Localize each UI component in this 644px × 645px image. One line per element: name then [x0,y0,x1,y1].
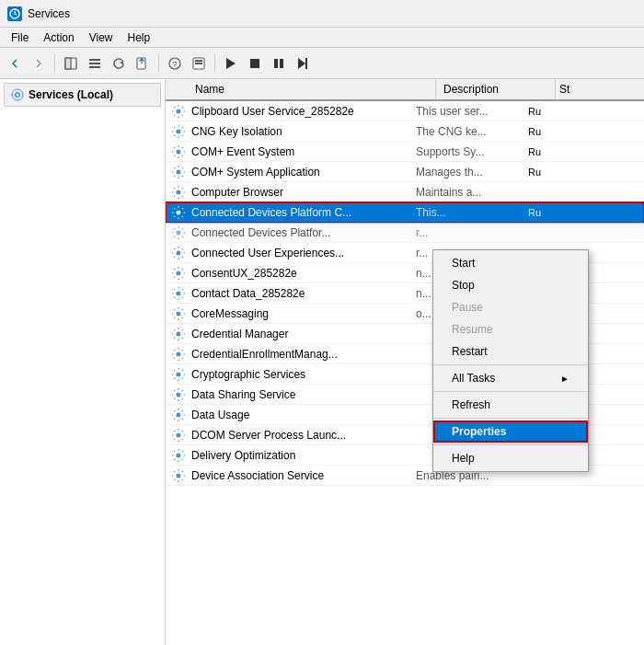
service-icon [169,365,188,384]
service-icon [169,183,188,202]
ctx-restart[interactable]: Restart [433,340,588,363]
service-name: Delivery Optimization [188,449,408,462]
ctx-all-tasks[interactable]: All Tasks ► [433,367,588,389]
title-bar: Services [0,0,644,28]
svg-text:?: ? [173,60,178,69]
service-desc: Supports Sy... [408,145,528,158]
service-icon [169,446,188,465]
ctx-resume: Resume [433,318,588,340]
svg-rect-3 [89,59,100,61]
service-icon [169,143,188,161]
service-status: Ru [528,106,556,117]
col-header-name[interactable]: Name [188,79,436,99]
svg-marker-16 [298,58,305,69]
service-name: Clipboard User Service_285282e [188,105,408,118]
menu-file[interactable]: File [4,29,36,46]
service-desc: r... [408,226,528,239]
table-row[interactable]: Clipboard User Service_285282e This user… [166,101,644,121]
service-desc: Maintains a... [408,186,528,199]
main-area: Services (Local) Name Description St Cli… [0,79,644,645]
ctx-help[interactable]: Help [433,447,588,469]
services-panel: Name Description St Clipboard User Servi… [166,79,644,645]
forward-button[interactable] [28,52,50,75]
table-row[interactable]: CNG Key Isolation The CNG ke... Ru [166,121,644,142]
col-header-status[interactable]: St [556,79,583,99]
restart-button[interactable] [292,52,314,75]
service-desc: This user ser... [408,105,528,118]
help-button[interactable]: ? [164,52,186,75]
service-icon [169,406,188,424]
service-icon [169,102,188,121]
table-row[interactable]: COM+ System Application Manages th... Ru [166,162,644,182]
svg-point-19 [17,94,19,97]
svg-rect-4 [89,63,100,64]
stop-button[interactable] [244,52,266,75]
table-row[interactable]: Connected Devices Platfor... r... [166,223,644,243]
properties-button[interactable] [188,52,210,75]
back-button[interactable] [4,52,26,75]
service-icon [169,345,188,363]
table-row[interactable]: COM+ Event System Supports Sy... Ru [166,142,644,162]
context-menu: Start Stop Pause Resume Restart All Task… [432,249,589,472]
submenu-arrow-icon: ► [560,374,569,384]
col-header-desc[interactable]: Description [436,79,556,99]
pause-button[interactable] [268,52,290,75]
toolbar: ? [0,48,644,79]
services-local-item[interactable]: Services (Local) [4,83,161,107]
service-icon [169,224,188,242]
service-name: Connected User Experiences... [188,247,408,259]
ctx-refresh[interactable]: Refresh [433,394,588,416]
ctx-start[interactable]: Start [433,252,588,274]
service-name: DCOM Server Process Launc... [188,429,408,442]
service-icon [169,264,188,282]
play-button[interactable] [220,52,242,75]
window-title: Services [28,7,70,20]
left-panel: Services (Local) [0,79,166,645]
ctx-sep-3 [433,418,588,419]
service-icon [169,203,188,222]
svg-rect-15 [280,59,283,68]
service-name: Contact Data_285282e [188,287,408,300]
table-row[interactable]: Computer Browser Maintains a... [166,182,644,202]
ctx-sep-4 [433,444,588,445]
service-status: Ru [528,146,556,157]
menu-view[interactable]: View [82,29,121,46]
ctx-pause: Pause [433,296,588,318]
svg-rect-17 [305,58,307,69]
ctx-stop[interactable]: Stop [433,274,588,296]
service-icon [169,244,188,262]
svg-rect-14 [274,59,278,68]
service-name: Data Usage [188,409,408,421]
service-name: Credential Manager [188,328,408,340]
svg-rect-2 [65,58,71,69]
export-button[interactable] [132,52,154,75]
service-status: Ru [528,167,556,178]
svg-rect-10 [195,60,202,62]
service-icon [169,426,188,444]
ctx-properties[interactable]: Properties [433,420,588,443]
service-icon [169,305,188,323]
menu-bar: File Action View Help [0,28,644,48]
table-header: Name Description St [166,79,644,101]
service-icon [169,386,188,404]
table-row-selected[interactable]: Connected Devices Platform C... This... … [166,202,644,223]
toolbar-sep-1 [54,54,55,73]
menu-action[interactable]: Action [36,29,81,46]
service-name: Device Association Service [188,469,408,482]
service-name: CredentialEnrollmentManag... [188,348,408,361]
service-icon [169,466,188,485]
toolbar-sep-2 [158,54,159,73]
service-name: Connected Devices Platform C... [188,206,408,219]
svg-marker-12 [226,58,236,69]
show-hide-button[interactable] [60,52,82,75]
service-name: Connected Devices Platfor... [188,226,408,239]
list-view-button[interactable] [84,52,106,75]
service-name: Cryptographic Services [188,368,408,381]
services-local-icon [10,87,25,102]
refresh-button[interactable] [108,52,130,75]
menu-help[interactable]: Help [121,29,158,46]
service-name: ConsentUX_285282e [188,267,408,280]
service-icon [169,325,188,343]
svg-rect-11 [195,63,202,64]
service-status: Ru [528,126,556,137]
